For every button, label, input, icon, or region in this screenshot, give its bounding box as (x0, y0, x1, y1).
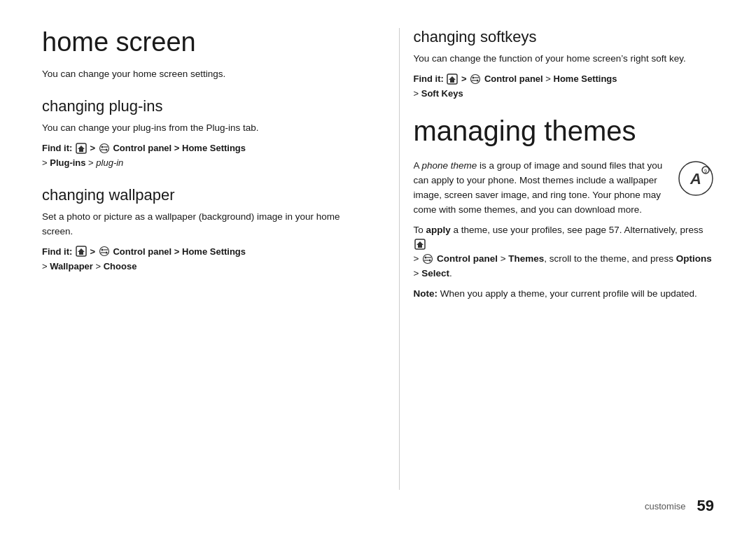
home-icon-4 (414, 239, 426, 250)
intro-text: You can change your home screen settings… (42, 67, 343, 82)
themes-body1: A phone theme is a group of image and so… (414, 159, 715, 218)
softkeys-body: You can change the function of your home… (414, 52, 715, 66)
find-it-path-softkeys: > Soft Keys (414, 88, 463, 99)
svg-point-16 (471, 74, 480, 83)
find-it-arrow2: > (90, 246, 98, 257)
control-panel-icon-4 (422, 253, 433, 265)
svg-point-10 (101, 249, 103, 251)
find-it-arrow3: > (461, 73, 469, 84)
svg-point-28 (425, 256, 427, 258)
softkeys-section: changing softkeys You can change the fun… (414, 28, 715, 101)
managing-themes-title: managing themes (414, 115, 715, 146)
find-it-path-wallpaper: > Wallpaper > Choose (42, 261, 136, 271)
page-title: home screen (42, 28, 343, 57)
svg-marker-1 (78, 146, 85, 152)
footer-page-number: 59 (697, 497, 714, 515)
control-panel-icon-3 (470, 73, 481, 85)
svg-point-9 (99, 247, 108, 256)
wallpaper-body: Set a photo or picture as a wallpaper (b… (42, 210, 343, 239)
page-footer: customise 59 (42, 490, 714, 515)
themes-body2: To apply a theme, use your profiles, see… (414, 223, 715, 282)
plug-ins-body: You can change your plug-ins from the Pl… (42, 121, 343, 136)
svg-marker-26 (416, 241, 424, 248)
svg-text:A: A (690, 170, 701, 188)
left-column: home screen You can change your home scr… (42, 28, 357, 490)
managing-themes-section: managing themes A 9 A phone them (414, 115, 715, 302)
svg-point-29 (429, 259, 431, 261)
svg-point-18 (477, 79, 479, 81)
find-it-path-1: > Plug-ins > plug-in (42, 157, 123, 168)
svg-text:9: 9 (704, 168, 707, 173)
find-it-cp-label-1: Control panel > Home Settings (113, 143, 246, 153)
themes-icon: A 9 (678, 160, 714, 199)
find-it-label: Find it: (42, 143, 72, 153)
svg-point-4 (105, 148, 107, 150)
find-it-cp-label-2: Control panel > Home Settings (113, 246, 246, 257)
find-it-label-2: Find it: (42, 246, 72, 257)
find-it-arrow1: > (90, 143, 98, 153)
control-panel-icon-2 (99, 246, 110, 257)
footer-label: customise (645, 501, 686, 512)
plug-ins-find-it: Find it: > Control panel > Home Settings… (42, 141, 343, 171)
right-column: changing softkeys You can change the fun… (399, 28, 715, 490)
section-title-softkeys: changing softkeys (414, 28, 715, 46)
find-it-label-3: Find it: (414, 73, 444, 84)
section-title-wallpaper: changing wallpaper (42, 186, 343, 204)
themes-body-container: A 9 A phone theme is a group of image an… (414, 159, 715, 223)
note-label: Note: (414, 288, 438, 299)
svg-marker-15 (449, 76, 456, 83)
home-icon-2 (76, 246, 87, 257)
control-panel-icon-1 (99, 143, 110, 154)
wallpaper-find-it: Find it: > Control panel > Home Settings… (42, 245, 343, 274)
themes-note: Note: When you apply a theme, your curre… (414, 287, 715, 302)
find-it-cp-label-3: Control panel > Home Settings (484, 73, 617, 84)
home-icon-3 (447, 73, 458, 85)
section-title-plug-ins: changing plug-ins (42, 97, 343, 115)
home-icon (76, 143, 87, 154)
svg-marker-8 (78, 248, 85, 255)
svg-point-11 (105, 252, 107, 254)
svg-point-3 (101, 146, 103, 148)
svg-point-27 (424, 254, 433, 263)
svg-point-2 (99, 143, 108, 153)
svg-point-17 (472, 76, 475, 78)
softkeys-find-it: Find it: > Control panel > Home Settings (414, 72, 715, 101)
